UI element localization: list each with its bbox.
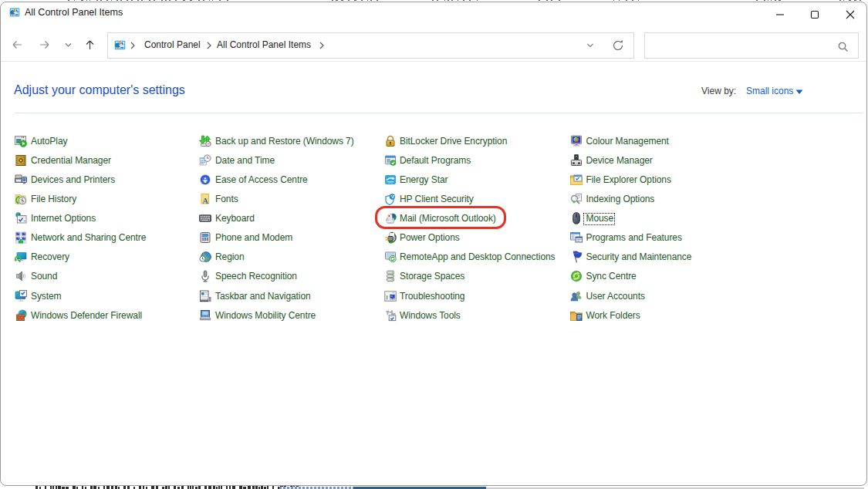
svg-text:A: A: [202, 197, 208, 205]
